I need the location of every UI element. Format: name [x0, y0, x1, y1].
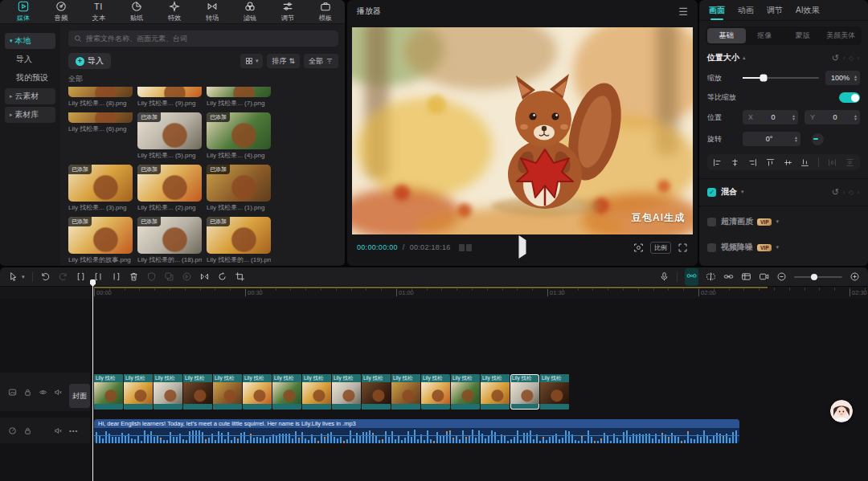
media-file[interactable]: 已添加Lily 找松果的... (18).png [137, 217, 202, 264]
reset-icon[interactable]: ↺ [832, 53, 839, 63]
preview-axis-icon[interactable] [741, 271, 751, 282]
caret-down-icon[interactable]: ▾ [22, 274, 25, 280]
tab-sticker[interactable]: 贴纸 [118, 1, 154, 23]
media-file[interactable]: 已添加Lily 找松果... (2).png [137, 165, 202, 212]
keyframe-controls[interactable]: ‹ ◇ › [843, 55, 860, 62]
media-file[interactable]: 已添加Lily 找松果... (4).png [207, 112, 271, 160]
hd-quality-checkbox[interactable] [707, 218, 716, 226]
tab-animation[interactable]: 动画 [738, 0, 754, 20]
subtab-beauty[interactable]: 美颜美体 [822, 28, 861, 43]
timeline-video-clip[interactable]: Lily 找松 [362, 374, 391, 410]
subtab-mask[interactable]: 蒙版 [784, 28, 822, 43]
focus-preview-icon[interactable] [633, 243, 644, 253]
sidebar-item-local[interactable]: ▾ 本地 [5, 33, 55, 49]
stepper[interactable]: ▲▼ [854, 75, 858, 81]
media-file[interactable]: 已添加Lily 找松果... (1).png [207, 165, 271, 212]
media-file[interactable]: Lily 找松果... (8).png [68, 87, 133, 108]
linkage-icon[interactable] [723, 271, 734, 282]
timeline-video-clip[interactable]: Lily 找松 [94, 374, 123, 410]
tab-audio[interactable]: 音频 [43, 1, 79, 23]
align-center-vertical-icon[interactable] [784, 158, 792, 167]
tab-adjustment[interactable]: 调节 [767, 0, 783, 20]
align-left-icon[interactable] [713, 158, 722, 167]
media-file[interactable]: 已添加Lily 找松果... (5).png [137, 112, 202, 160]
undo-icon[interactable] [40, 271, 51, 282]
frame-display-icon[interactable] [459, 244, 472, 251]
uniform-scale-toggle[interactable] [839, 92, 860, 103]
blend-checkbox[interactable]: ✓ [707, 188, 716, 197]
timeline-video-clip[interactable]: Lily 找松 [421, 374, 450, 410]
ratio-button[interactable]: 比例 [650, 242, 671, 254]
redo-icon[interactable] [58, 271, 68, 282]
distribute-horizontal-icon[interactable] [828, 158, 837, 167]
align-top-icon[interactable] [766, 158, 775, 167]
timeline-frame-icon[interactable] [759, 271, 769, 282]
record-voiceover-icon[interactable] [659, 271, 669, 282]
filter-button[interactable]: 全部 [304, 54, 338, 68]
denoise-checkbox[interactable] [707, 243, 716, 252]
media-file[interactable]: 已添加Lily 找松果的故事.png [68, 217, 133, 264]
subtab-basic[interactable]: 基础 [707, 28, 746, 43]
collapse-icon[interactable]: ▴ [743, 55, 746, 61]
lock-icon[interactable] [23, 388, 32, 397]
crop-icon[interactable] [235, 271, 245, 282]
zoom-in-icon[interactable] [850, 271, 860, 282]
timeline-video-clip[interactable]: Lily 找松 [243, 374, 272, 410]
reset-icon[interactable]: ↺ [832, 187, 839, 198]
subtab-cutout[interactable]: 抠像 [746, 28, 784, 43]
timeline-video-clip[interactable]: Lily 找松 [124, 374, 153, 410]
timeline-video-clip[interactable]: Lily 找松 [451, 374, 480, 410]
timeline-video-clip[interactable]: Lily 找松 [183, 374, 212, 410]
timeline-video-clip[interactable]: Lily 找松 [481, 374, 510, 410]
align-bottom-icon[interactable] [800, 158, 809, 167]
keyframe-controls[interactable]: ‹ ◇ › [843, 189, 860, 196]
distribute-vertical-icon[interactable] [845, 158, 854, 167]
auto-snap-icon[interactable] [706, 271, 716, 282]
import-button[interactable]: + 导入 [68, 53, 111, 69]
stepper-down-icon[interactable]: ▼ [854, 78, 858, 81]
stepper[interactable]: ▲▼ [794, 136, 798, 142]
position-x-field[interactable]: X 0 ▲▼ [743, 110, 798, 124]
speaker-icon[interactable] [54, 426, 63, 435]
view-mode-button[interactable]: ▾ [240, 54, 264, 68]
eye-icon[interactable] [39, 388, 47, 397]
overlay-icon[interactable] [164, 271, 174, 282]
slider-knob[interactable] [760, 75, 767, 82]
sidebar-item-library[interactable]: ▸ 素材库 [5, 107, 55, 123]
sidebar-item-cloud[interactable]: ▸ 云素材 [5, 88, 55, 104]
rotate-icon[interactable] [217, 271, 227, 282]
align-center-horizontal-icon[interactable] [731, 158, 739, 167]
tab-ai-effects[interactable]: AI效果 [796, 0, 819, 20]
play-button[interactable] [519, 240, 526, 255]
sidebar-item-presets[interactable]: 我的预设 [5, 70, 55, 86]
timeline-ruler[interactable]: 00:00 00:30 01:00 01:30 02:00 02:30 [0, 287, 868, 299]
more-icon[interactable]: ••• [69, 427, 78, 434]
delete-icon[interactable] [129, 271, 139, 282]
timeline-video-clip[interactable]: Lily 找松 [154, 374, 182, 410]
tab-picture[interactable]: 画面 [709, 0, 725, 20]
tab-adjust[interactable]: 调节 [269, 1, 305, 23]
position-y-field[interactable]: Y 0 ▲▼ [805, 110, 860, 124]
media-file[interactable]: Lily 找松果... (7).png [207, 87, 271, 108]
caret-down-icon[interactable]: ▾ [776, 244, 779, 251]
main-track-magnet-button[interactable] [685, 268, 698, 286]
timeline-video-clip[interactable]: Lily 找松 [272, 374, 301, 410]
fullscreen-icon[interactable] [678, 243, 688, 253]
playhead[interactable] [92, 279, 93, 481]
rotation-field[interactable]: 0° ▲▼ [743, 132, 800, 146]
timeline-zoom-slider[interactable] [794, 276, 842, 278]
preview-canvas[interactable]: 豆包AI生成 [352, 27, 693, 234]
lock-icon[interactable] [23, 426, 32, 435]
scale-value-field[interactable]: 100% ▲▼ [825, 71, 860, 85]
reverse-icon[interactable] [182, 271, 192, 282]
sort-button[interactable]: 排序 ⇅ [267, 54, 300, 68]
player-menu-icon[interactable]: ☰ [678, 6, 688, 18]
timeline-video-clip[interactable]: Lily 找松 [213, 374, 242, 410]
tab-template[interactable]: 模板 [307, 1, 343, 23]
search-input[interactable]: 搜索文件名称、画面元素、台词 [68, 31, 338, 47]
media-file[interactable]: 已添加Lily 找松果的... (19).png [207, 217, 271, 264]
timeline-video-clip[interactable]: Lily 找松 [540, 374, 569, 410]
mirror-icon[interactable] [199, 271, 210, 282]
scale-slider[interactable] [743, 77, 819, 79]
stepper[interactable]: ▲▼ [792, 114, 796, 120]
